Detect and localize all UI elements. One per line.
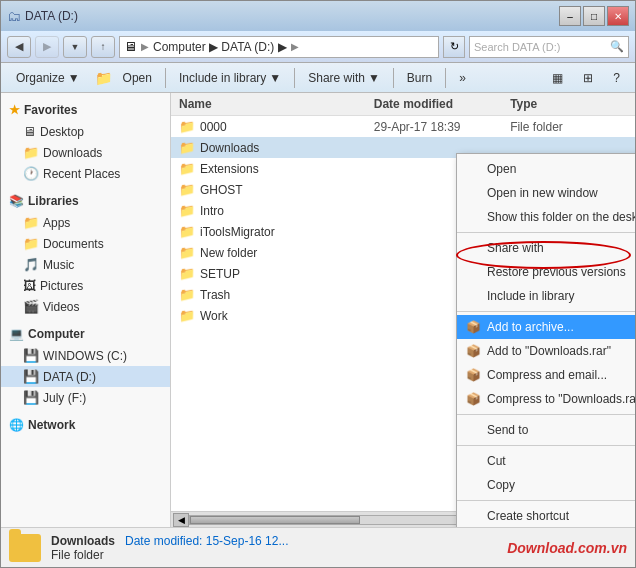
close-button[interactable]: ✕: [607, 6, 629, 26]
search-icon: 🔍: [610, 40, 624, 53]
sidebar-item-downloads[interactable]: 📁 Downloads: [1, 142, 170, 163]
sidebar-favorites-header[interactable]: ★ Favorites: [1, 99, 170, 121]
organize-button[interactable]: Organize ▼: [7, 66, 89, 90]
minimize-button[interactable]: –: [559, 6, 581, 26]
ctx-show-desktop[interactable]: Show this folder on the desktop: [457, 205, 635, 229]
address-end-chevron: ▶: [291, 41, 299, 52]
scroll-left-button[interactable]: ◀: [173, 513, 189, 527]
ctx-open[interactable]: Open: [457, 157, 635, 181]
ctx-share-with-label: Share with: [487, 241, 544, 255]
windows-c-label: WINDOWS (C:): [43, 349, 127, 363]
share-with-button[interactable]: Share with ▼: [299, 66, 389, 90]
ctx-include-library-label: Include in library: [487, 289, 574, 303]
sidebar-item-windows-c[interactable]: 💾 WINDOWS (C:): [1, 345, 170, 366]
ctx-open-new-window[interactable]: Open in new window: [457, 181, 635, 205]
ctx-share-with[interactable]: Share with: [457, 236, 635, 260]
file-name: Downloads: [200, 141, 259, 155]
pane-button[interactable]: ⊞: [574, 66, 602, 90]
help-button[interactable]: ?: [604, 66, 629, 90]
sidebar-computer-header[interactable]: 💻 Computer: [1, 323, 170, 345]
ctx-cut-label: Cut: [487, 454, 506, 468]
sidebar-item-pictures[interactable]: 🖼 Pictures: [1, 275, 170, 296]
ctx-send-to[interactable]: Send to: [457, 418, 635, 442]
compress-email-icon: 📦: [465, 367, 481, 383]
sidebar-item-music[interactable]: 🎵 Music: [1, 254, 170, 275]
file-name: Intro: [200, 204, 224, 218]
sidebar: ★ Favorites 🖥 Desktop 📁 Downloads 🕐 Rece…: [1, 93, 171, 527]
ctx-add-archive[interactable]: 📦 Add to archive...: [457, 315, 635, 339]
burn-button[interactable]: Burn: [398, 66, 441, 90]
refresh-button[interactable]: ↻: [443, 36, 465, 58]
toolbar: Organize ▼ 📁 Open Include in library ▼ S…: [1, 63, 635, 93]
sidebar-item-documents[interactable]: 📁 Documents: [1, 233, 170, 254]
status-bar: Downloads Date modified: 15-Sep-16 12...…: [1, 527, 635, 567]
search-bar[interactable]: Search DATA (D:) 🔍: [469, 36, 629, 58]
recent-label: Recent Places: [43, 167, 120, 181]
back-button[interactable]: ◀: [7, 36, 31, 58]
ctx-sep-4: [457, 445, 635, 446]
network-icon: 🌐: [9, 418, 24, 432]
status-folder-name: Downloads Date modified: 15-Sep-16 12...: [51, 534, 288, 548]
sidebar-libraries-header[interactable]: 📚 Libraries: [1, 190, 170, 212]
ctx-copy[interactable]: Copy: [457, 473, 635, 497]
sidebar-item-videos[interactable]: 🎬 Videos: [1, 296, 170, 317]
folder-icon-toolbar: 📁: [95, 70, 112, 86]
computer-label: Computer: [28, 327, 85, 341]
windows-drive-icon: 💾: [23, 348, 39, 363]
status-date-value: 15-Sep-16 12...: [206, 534, 289, 548]
ctx-sep-3: [457, 414, 635, 415]
ctx-add-downloads-rar[interactable]: 📦 Add to "Downloads.rar": [457, 339, 635, 363]
organize-label: Organize: [16, 71, 65, 85]
downloads-label: Downloads: [43, 146, 102, 160]
ctx-cut[interactable]: Cut: [457, 449, 635, 473]
more-button[interactable]: »: [450, 66, 475, 90]
address-text: Computer ▶ DATA (D:) ▶: [153, 40, 287, 54]
folder-icon-newfolder: 📁: [179, 245, 195, 260]
ctx-compress-downloads-email[interactable]: 📦 Compress to "Downloads.rar" and email: [457, 387, 635, 411]
pictures-label: Pictures: [40, 279, 83, 293]
dropdown-button[interactable]: ▼: [63, 36, 87, 58]
sidebar-item-recent[interactable]: 🕐 Recent Places: [1, 163, 170, 184]
title-bar-controls: – □ ✕: [559, 6, 629, 26]
ctx-sep-5: [457, 500, 635, 501]
ctx-restore-versions[interactable]: Restore previous versions: [457, 260, 635, 284]
ctx-compress-email[interactable]: 📦 Compress and email...: [457, 363, 635, 387]
ctx-create-shortcut[interactable]: Create shortcut: [457, 504, 635, 527]
status-info: Downloads Date modified: 15-Sep-16 12...…: [51, 534, 288, 562]
desktop-icon: 🖥: [23, 124, 36, 139]
ctx-restore-versions-label: Restore previous versions: [487, 265, 626, 279]
sidebar-item-apps[interactable]: 📁 Apps: [1, 212, 170, 233]
toolbar-separator-4: [445, 68, 446, 88]
file-name: GHOST: [200, 183, 243, 197]
folder-icon-intro: 📁: [179, 203, 195, 218]
header-name[interactable]: Name: [179, 97, 374, 111]
folder-icon-0000: 📁: [179, 119, 195, 134]
include-in-library-button[interactable]: Include in library ▼: [170, 66, 290, 90]
address-separator: ▶: [141, 41, 149, 52]
sidebar-network-header[interactable]: 🌐 Network: [1, 414, 170, 436]
main-area: ★ Favorites 🖥 Desktop 📁 Downloads 🕐 Rece…: [1, 93, 635, 527]
forward-button[interactable]: ▶: [35, 36, 59, 58]
sidebar-item-desktop[interactable]: 🖥 Desktop: [1, 121, 170, 142]
share-with-label: Share with: [308, 71, 365, 85]
up-button[interactable]: ↑: [91, 36, 115, 58]
scroll-thumb[interactable]: [190, 516, 360, 524]
file-date: 29-Apr-17 18:39: [374, 120, 510, 134]
sidebar-item-july-f[interactable]: 💾 July (F:): [1, 387, 170, 408]
header-date[interactable]: Date modified: [374, 97, 510, 111]
ctx-compress-email-label: Compress and email...: [487, 368, 607, 382]
folder-icon-ghost: 📁: [179, 182, 195, 197]
sidebar-item-data-d[interactable]: 💾 DATA (D:): [1, 366, 170, 387]
view-button[interactable]: ▦: [543, 66, 572, 90]
rar-icon: 📦: [465, 343, 481, 359]
address-bar[interactable]: 🖥 ▶ Computer ▶ DATA (D:) ▶ ▶: [119, 36, 439, 58]
title-bar: 🗂 DATA (D:) – □ ✕: [1, 1, 635, 31]
maximize-button[interactable]: □: [583, 6, 605, 26]
open-button[interactable]: Open: [114, 66, 161, 90]
table-row[interactable]: 📁 0000 29-Apr-17 18:39 File folder: [171, 116, 635, 137]
ctx-include-library[interactable]: Include in library: [457, 284, 635, 308]
window-icon: 🗂: [7, 8, 21, 24]
ctx-create-shortcut-label: Create shortcut: [487, 509, 569, 523]
toolbar-separator-1: [165, 68, 166, 88]
ctx-open-new-window-label: Open in new window: [487, 186, 598, 200]
